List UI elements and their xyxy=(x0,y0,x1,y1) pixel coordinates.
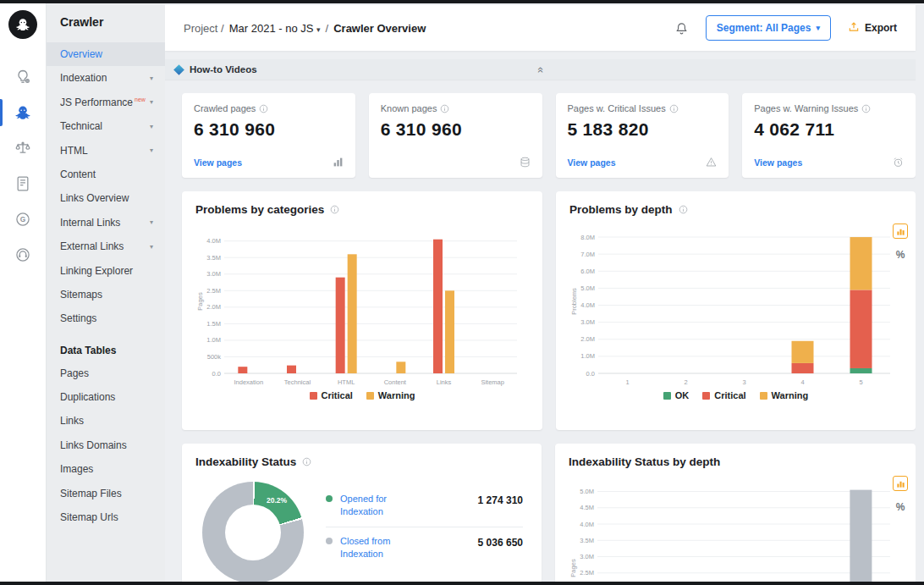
bar-chart-icon[interactable] xyxy=(333,157,344,168)
sidebar-item-pages[interactable]: Pages xyxy=(47,361,165,385)
dataset-label: Mar 2021 - no JS xyxy=(229,22,314,35)
export-button[interactable]: Export xyxy=(848,21,897,36)
info-icon[interactable] xyxy=(259,104,268,113)
warning-icon[interactable] xyxy=(706,157,717,168)
chart-legend: OKCriticalWarning xyxy=(569,390,902,400)
donut-hole xyxy=(225,505,281,560)
svg-text:Pages: Pages xyxy=(196,292,204,311)
svg-text:4: 4 xyxy=(800,378,804,386)
crawler-octopus-icon[interactable] xyxy=(0,95,47,130)
double-chevron-collapse-icon[interactable]: « xyxy=(535,66,546,72)
stat-card-value: 6 310 960 xyxy=(381,119,531,140)
stat-title-text: Known pages xyxy=(381,103,437,113)
ideas-bulb-icon[interactable] xyxy=(0,59,47,95)
info-icon[interactable] xyxy=(669,104,679,113)
svg-text:4.0M: 4.0M xyxy=(206,237,221,245)
page-title: Crawler Overview xyxy=(333,22,426,35)
svg-text:Content: Content xyxy=(384,378,407,386)
legend-item-warning: Warning xyxy=(366,390,415,400)
sidebar-item-links[interactable]: Links xyxy=(47,409,165,433)
sidebar-item-links-overview[interactable]: Links Overview xyxy=(47,186,165,210)
legend-swatch xyxy=(310,392,317,400)
stat-card-crawled-pages: Crawled pages6 310 960View pages xyxy=(182,93,355,178)
sidebar-item-duplications[interactable]: Duplications xyxy=(47,385,165,409)
sidebar-item-links-domains[interactable]: Links Domains xyxy=(47,433,165,457)
chevron-down-icon: ▾ xyxy=(150,123,153,131)
sidebar-item-settings[interactable]: Settings xyxy=(47,306,165,330)
info-icon[interactable] xyxy=(330,205,339,214)
sidebar-item-html[interactable]: HTML▾ xyxy=(47,139,165,163)
view-pages-link[interactable]: View pages xyxy=(568,157,616,168)
legend-swatch xyxy=(760,392,767,400)
indexability-legend-row: Closed from Indexation5 036 650 xyxy=(326,527,523,569)
notifications-bell-icon[interactable] xyxy=(674,21,689,36)
svg-text:2.5M: 2.5M xyxy=(580,569,594,577)
sidebar-item-label: External Links xyxy=(60,240,124,252)
svg-text:2.0M: 2.0M xyxy=(206,303,221,311)
sidebar-item-sitemap-urls[interactable]: Sitemap Urls xyxy=(47,505,165,529)
info-icon[interactable] xyxy=(440,104,449,113)
sidebar-item-images[interactable]: Images xyxy=(47,457,165,481)
svg-text:Indexation: Indexation xyxy=(234,378,264,386)
sidebar-item-linking-explorer[interactable]: Linking Explorer xyxy=(47,259,165,283)
logs-document-icon[interactable] xyxy=(0,166,47,201)
new-badge: new xyxy=(135,97,146,102)
google-icon[interactable]: G xyxy=(0,201,47,237)
percent-toggle-icon[interactable]: % xyxy=(896,249,905,261)
indexability-status-card: Indexability Status 20.2% Opened for Ind… xyxy=(182,444,542,585)
legend-label: Critical xyxy=(322,390,353,400)
sidebar-item-sitemap-files[interactable]: Sitemap Files xyxy=(47,482,165,505)
info-icon[interactable] xyxy=(679,205,688,214)
sidebar-item-label: Overview xyxy=(60,48,102,60)
dashboard-content: Crawled pages6 310 960View pagesKnown pa… xyxy=(165,80,916,585)
segment-button[interactable]: Segment: All Pages▾ xyxy=(706,15,831,41)
legend-swatch xyxy=(702,392,710,400)
stat-title-text: Pages w. Critical Issues xyxy=(568,103,666,113)
charts-row: Problems by categories 0.0500k1.0M1.5M2.… xyxy=(182,191,916,430)
stat-card-title: Pages w. Critical Issues xyxy=(568,103,718,113)
view-pages-link[interactable]: View pages xyxy=(754,157,802,168)
breadcrumb: Project / Mar 2021 - no JS ▾ / Crawler O… xyxy=(184,22,426,35)
alarm-icon[interactable] xyxy=(893,157,904,168)
chart-type-toggle-icon[interactable] xyxy=(893,224,908,239)
sidebar-item-js-performance[interactable]: JS Performancenew▾ xyxy=(47,91,165,114)
chart-type-toggle-icon[interactable] xyxy=(893,476,908,491)
sidebar-item-sitemaps[interactable]: Sitemaps xyxy=(47,283,165,306)
legend-label: Warning xyxy=(378,390,415,400)
sidebar-item-label: Links Overview xyxy=(60,192,129,204)
segment-link-opened-for-indexation[interactable]: Opened for Indexation xyxy=(340,493,413,519)
svg-text:8.0M: 8.0M xyxy=(580,234,595,241)
sidebar-item-label: Technical xyxy=(60,120,102,132)
stat-title-text: Crawled pages xyxy=(194,103,256,113)
sidebar-section-title: Data Tables xyxy=(47,331,165,361)
chart-title-text: Problems by categories xyxy=(195,203,324,216)
support-headset-icon[interactable] xyxy=(0,237,47,273)
svg-text:4.0M: 4.0M xyxy=(580,521,594,528)
view-pages-link[interactable]: View pages xyxy=(194,157,242,168)
icon-rail: G xyxy=(0,0,47,585)
topbar: Project / Mar 2021 - no JS ▾ / Crawler O… xyxy=(165,5,916,51)
percent-toggle-icon[interactable]: % xyxy=(896,501,905,513)
stat-card-footer xyxy=(381,157,531,168)
indexability-legend: Opened for Indexation1 274 310Closed fro… xyxy=(326,482,523,569)
sidebar-item-external-links[interactable]: External Links▾ xyxy=(47,235,165,258)
sidebar-item-internal-links[interactable]: Internal Links▾ xyxy=(47,211,165,235)
sidebar-item-overview[interactable]: Overview xyxy=(47,42,165,66)
app-logo-octopus-icon[interactable] xyxy=(8,10,37,39)
legend-swatch xyxy=(366,392,374,400)
sidebar-item-technical[interactable]: Technical▾ xyxy=(47,114,165,138)
info-icon[interactable] xyxy=(861,104,871,113)
problems-by-depth-card: Problems by depth % 0.01.0M2.0M3.0M4.0M5… xyxy=(556,191,916,430)
stat-card-pages-w-warning-issues: Pages w. Warning Issues4 062 711View pag… xyxy=(742,93,916,178)
sidebar-item-content[interactable]: Content xyxy=(47,163,165,186)
info-icon[interactable] xyxy=(302,457,311,466)
database-icon[interactable] xyxy=(520,157,531,168)
compare-scales-icon[interactable] xyxy=(0,130,47,166)
app-root: G Crawler OverviewIndexation▾JS Performa… xyxy=(0,0,924,585)
sidebar-item-indexation[interactable]: Indexation▾ xyxy=(47,66,165,90)
chart-title-text: Indexability Status xyxy=(195,455,296,468)
chart-title-text: Problems by depth xyxy=(569,203,673,216)
problems-by-categories-chart: 0.0500k1.0M1.5M2.0M2.5M3.0M3.5M4.0MIndex… xyxy=(195,223,529,389)
dataset-selector[interactable]: Mar 2021 - no JS ▾ xyxy=(229,22,321,35)
segment-link-closed-from-indexation[interactable]: Closed from Indexation xyxy=(340,535,413,561)
